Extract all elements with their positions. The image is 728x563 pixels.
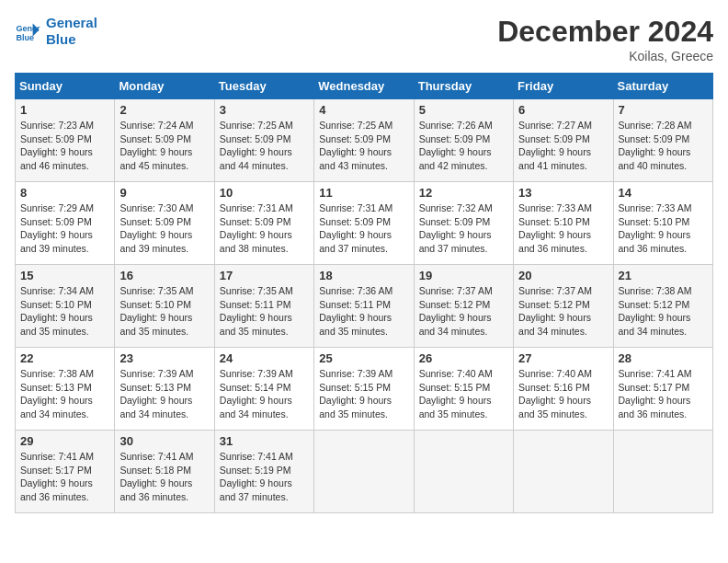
logo-line2: Blue [46,31,97,48]
calendar-cell: 31 Sunrise: 7:41 AM Sunset: 5:19 PM Dayl… [214,431,313,513]
logo: General Blue General Blue [15,15,97,48]
day-number: 21 [619,269,708,282]
calendar-cell [514,431,613,513]
calendar-cell: 17 Sunrise: 7:35 AM Sunset: 5:11 PM Dayl… [214,265,313,348]
calendar-cell [414,431,513,513]
calendar-cell: 4 Sunrise: 7:25 AM Sunset: 5:09 PM Dayli… [314,99,414,182]
header-tuesday: Tuesday [214,74,313,99]
page-header: General Blue General Blue December 2024 … [15,15,713,63]
day-info: Sunrise: 7:25 AM Sunset: 5:09 PM Dayligh… [319,119,408,173]
day-number: 5 [419,103,508,117]
day-info: Sunrise: 7:41 AM Sunset: 5:19 PM Dayligh… [220,450,309,504]
calendar-cell: 29 Sunrise: 7:41 AM Sunset: 5:17 PM Dayl… [16,431,115,513]
day-number: 12 [419,186,508,200]
day-info: Sunrise: 7:33 AM Sunset: 5:10 PM Dayligh… [619,201,708,256]
calendar-week-5: 29 Sunrise: 7:41 AM Sunset: 5:17 PM Dayl… [16,431,713,513]
day-number: 30 [119,434,209,448]
calendar-cell: 30 Sunrise: 7:41 AM Sunset: 5:18 PM Dayl… [115,431,214,513]
day-number: 23 [119,351,209,365]
calendar-cell: 2 Sunrise: 7:24 AM Sunset: 5:09 PM Dayli… [115,99,214,182]
calendar-cell: 9 Sunrise: 7:30 AM Sunset: 5:09 PM Dayli… [115,182,214,265]
logo-icon: General Blue [15,18,40,44]
calendar-week-1: 1 Sunrise: 7:23 AM Sunset: 5:09 PM Dayli… [16,99,713,182]
day-number: 6 [518,103,608,117]
title-block: December 2024 Koilas, Greece [497,15,713,63]
day-number: 16 [119,269,209,282]
day-number: 20 [518,269,608,282]
day-info: Sunrise: 7:39 AM Sunset: 5:14 PM Dayligh… [220,367,309,421]
day-info: Sunrise: 7:39 AM Sunset: 5:13 PM Dayligh… [119,367,209,421]
calendar-cell: 26 Sunrise: 7:40 AM Sunset: 5:15 PM Dayl… [414,348,513,431]
day-number: 17 [220,269,309,282]
day-info: Sunrise: 7:26 AM Sunset: 5:09 PM Dayligh… [419,119,508,173]
day-info: Sunrise: 7:23 AM Sunset: 5:09 PM Dayligh… [20,119,109,173]
calendar-cell: 22 Sunrise: 7:38 AM Sunset: 5:13 PM Dayl… [16,348,115,431]
calendar-cell: 8 Sunrise: 7:29 AM Sunset: 5:09 PM Dayli… [16,182,115,265]
day-number: 8 [20,186,109,200]
header-wednesday: Wednesday [314,74,414,99]
day-info: Sunrise: 7:31 AM Sunset: 5:09 PM Dayligh… [220,201,309,256]
day-number: 24 [220,351,309,365]
calendar-cell: 15 Sunrise: 7:34 AM Sunset: 5:10 PM Dayl… [16,265,115,348]
day-info: Sunrise: 7:41 AM Sunset: 5:17 PM Dayligh… [619,367,708,421]
day-info: Sunrise: 7:24 AM Sunset: 5:09 PM Dayligh… [119,119,209,173]
calendar-header-row: SundayMondayTuesdayWednesdayThursdayFrid… [16,74,713,99]
day-number: 25 [319,351,408,365]
calendar-cell: 5 Sunrise: 7:26 AM Sunset: 5:09 PM Dayli… [414,99,513,182]
calendar-cell: 11 Sunrise: 7:31 AM Sunset: 5:09 PM Dayl… [314,182,414,265]
calendar-week-3: 15 Sunrise: 7:34 AM Sunset: 5:10 PM Dayl… [16,265,713,348]
calendar-cell: 7 Sunrise: 7:28 AM Sunset: 5:09 PM Dayli… [613,99,712,182]
day-number: 7 [619,103,708,117]
day-number: 2 [119,103,209,117]
day-number: 28 [619,351,708,365]
calendar-cell: 14 Sunrise: 7:33 AM Sunset: 5:10 PM Dayl… [613,182,712,265]
day-number: 4 [319,103,408,117]
calendar-cell: 24 Sunrise: 7:39 AM Sunset: 5:14 PM Dayl… [214,348,313,431]
day-number: 18 [319,269,408,282]
day-info: Sunrise: 7:39 AM Sunset: 5:15 PM Dayligh… [319,367,408,421]
day-info: Sunrise: 7:32 AM Sunset: 5:09 PM Dayligh… [419,201,508,256]
day-number: 19 [419,269,508,282]
day-info: Sunrise: 7:41 AM Sunset: 5:17 PM Dayligh… [20,450,109,504]
calendar-week-2: 8 Sunrise: 7:29 AM Sunset: 5:09 PM Dayli… [16,182,713,265]
calendar-subtitle: Koilas, Greece [497,49,713,63]
logo-line1: General [46,15,97,31]
day-number: 3 [220,103,309,117]
calendar-table: SundayMondayTuesdayWednesdayThursdayFrid… [15,73,713,513]
calendar-cell: 1 Sunrise: 7:23 AM Sunset: 5:09 PM Dayli… [16,99,115,182]
calendar-cell: 25 Sunrise: 7:39 AM Sunset: 5:15 PM Dayl… [314,348,414,431]
day-info: Sunrise: 7:38 AM Sunset: 5:12 PM Dayligh… [619,284,708,339]
calendar-cell [613,431,712,513]
day-number: 9 [119,186,209,200]
calendar-cell: 16 Sunrise: 7:35 AM Sunset: 5:10 PM Dayl… [115,265,214,348]
header-monday: Monday [115,74,214,99]
day-info: Sunrise: 7:34 AM Sunset: 5:10 PM Dayligh… [20,284,109,339]
day-info: Sunrise: 7:30 AM Sunset: 5:09 PM Dayligh… [119,201,209,256]
day-info: Sunrise: 7:28 AM Sunset: 5:09 PM Dayligh… [619,119,708,173]
calendar-cell: 21 Sunrise: 7:38 AM Sunset: 5:12 PM Dayl… [613,265,712,348]
calendar-cell: 23 Sunrise: 7:39 AM Sunset: 5:13 PM Dayl… [115,348,214,431]
calendar-cell: 6 Sunrise: 7:27 AM Sunset: 5:09 PM Dayli… [514,99,613,182]
day-info: Sunrise: 7:25 AM Sunset: 5:09 PM Dayligh… [220,119,309,173]
svg-text:Blue: Blue [16,33,34,42]
header-friday: Friday [514,74,613,99]
day-number: 31 [220,434,309,448]
header-sunday: Sunday [16,74,115,99]
day-info: Sunrise: 7:41 AM Sunset: 5:18 PM Dayligh… [119,450,209,504]
calendar-cell: 19 Sunrise: 7:37 AM Sunset: 5:12 PM Dayl… [414,265,513,348]
calendar-cell: 3 Sunrise: 7:25 AM Sunset: 5:09 PM Dayli… [214,99,313,182]
calendar-cell: 13 Sunrise: 7:33 AM Sunset: 5:10 PM Dayl… [514,182,613,265]
day-info: Sunrise: 7:33 AM Sunset: 5:10 PM Dayligh… [518,201,608,256]
calendar-cell [314,431,414,513]
day-number: 1 [20,103,109,117]
day-info: Sunrise: 7:37 AM Sunset: 5:12 PM Dayligh… [419,284,508,339]
day-number: 29 [20,434,109,448]
header-thursday: Thursday [414,74,513,99]
calendar-cell: 20 Sunrise: 7:37 AM Sunset: 5:12 PM Dayl… [514,265,613,348]
calendar-cell: 10 Sunrise: 7:31 AM Sunset: 5:09 PM Dayl… [214,182,313,265]
day-info: Sunrise: 7:40 AM Sunset: 5:15 PM Dayligh… [419,367,508,421]
day-info: Sunrise: 7:27 AM Sunset: 5:09 PM Dayligh… [518,119,608,173]
calendar-title: December 2024 [497,15,713,49]
day-number: 10 [220,186,309,200]
day-number: 26 [419,351,508,365]
